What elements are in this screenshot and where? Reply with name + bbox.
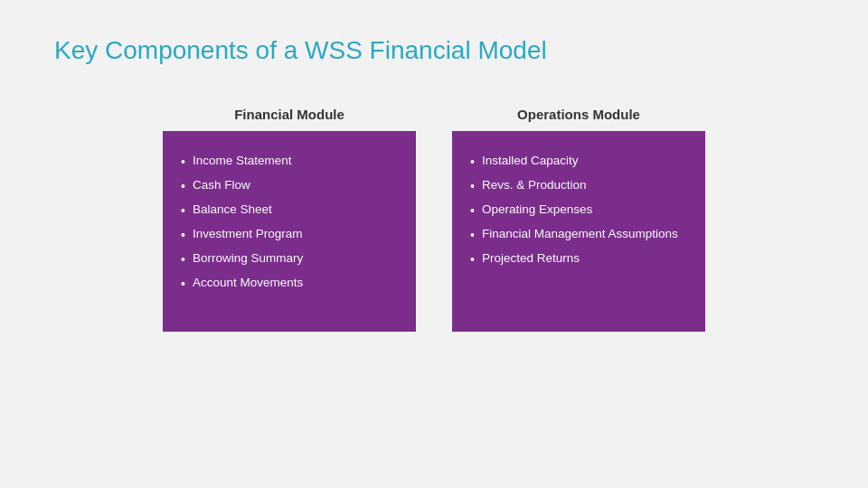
operations-module-list: Installed Capacity Revs. & Production Op… [470, 149, 687, 271]
list-item: Balance Sheet [181, 198, 398, 222]
operations-module-header: Operations Module [452, 98, 705, 133]
list-item: Cash Flow [181, 174, 398, 198]
page: Key Components of a WSS Financial Model … [0, 0, 868, 488]
list-item: Operating Expenses [470, 198, 687, 222]
list-item: Borrowing Summary [181, 247, 398, 271]
list-item: Financial Management Assumptions [470, 222, 687, 247]
operations-module: Operations Module Installed Capacity Rev… [452, 98, 705, 332]
list-item: Income Statement [181, 149, 398, 174]
list-item: Investment Program [181, 222, 398, 247]
financial-module: Financial Module Income Statement Cash F… [163, 98, 416, 332]
financial-module-list: Income Statement Cash Flow Balance Sheet… [181, 149, 398, 296]
list-item: Projected Returns [470, 247, 687, 271]
list-item: Installed Capacity [470, 149, 687, 174]
modules-container: Financial Module Income Statement Cash F… [54, 98, 814, 332]
operations-module-content: Installed Capacity Revs. & Production Op… [452, 133, 705, 332]
list-item: Revs. & Production [470, 174, 687, 198]
financial-module-content: Income Statement Cash Flow Balance Sheet… [163, 133, 416, 332]
list-item: Account Movements [181, 271, 398, 296]
page-title: Key Components of a WSS Financial Model [54, 36, 814, 65]
financial-module-header: Financial Module [163, 98, 416, 133]
